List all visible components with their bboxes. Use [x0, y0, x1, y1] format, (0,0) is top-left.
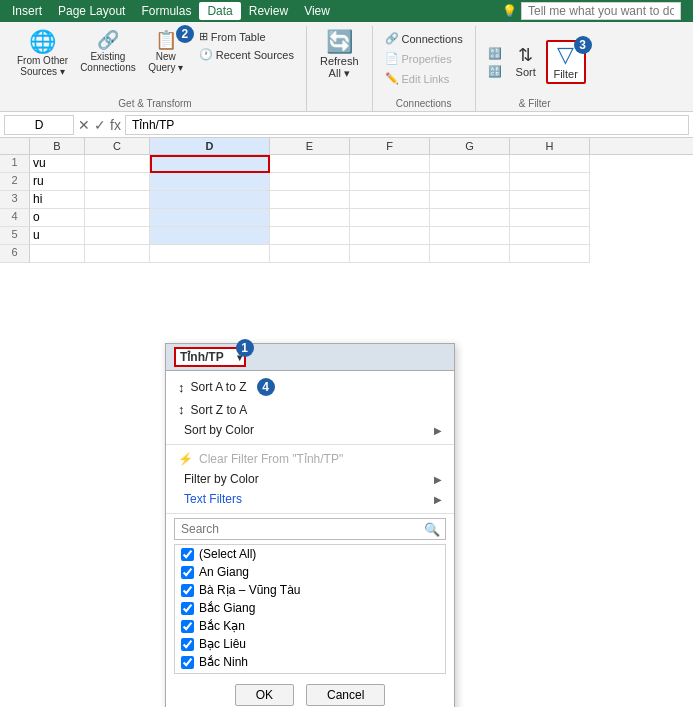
- bac-ninh-checkbox[interactable]: [181, 656, 194, 669]
- cell-G4[interactable]: [430, 209, 510, 227]
- sort-z-to-a-item[interactable]: ↕ Sort Z to A: [166, 399, 454, 420]
- ok-button[interactable]: OK: [235, 684, 294, 706]
- cell-E6[interactable]: [270, 245, 350, 263]
- existing-connections-button[interactable]: 🔗 ExistingConnections: [75, 28, 141, 76]
- from-table-button[interactable]: ⊞ From Table: [195, 28, 298, 45]
- sort-by-color-item[interactable]: Sort by Color ▶: [166, 420, 454, 440]
- list-item[interactable]: Bến Tre: [175, 671, 445, 674]
- properties-button[interactable]: 📄 Properties: [381, 50, 467, 67]
- cell-E5[interactable]: [270, 227, 350, 245]
- list-item[interactable]: Bắc Ninh: [175, 653, 445, 671]
- sort-az-button[interactable]: 🔡: [484, 45, 506, 62]
- list-item[interactable]: (Select All): [175, 545, 445, 563]
- cell-F2[interactable]: [350, 173, 430, 191]
- cell-B4[interactable]: o: [30, 209, 85, 227]
- recent-sources-button[interactable]: 🕐 Recent Sources: [195, 46, 298, 63]
- bac-giang-checkbox[interactable]: [181, 602, 194, 615]
- cell-D5[interactable]: [150, 227, 270, 245]
- tell-me-input[interactable]: [521, 2, 681, 20]
- edit-links-button[interactable]: ✏️ Edit Links: [381, 70, 467, 87]
- sort-a-to-z-item[interactable]: ↕ Sort A to Z 4: [166, 375, 454, 399]
- an-giang-checkbox[interactable]: [181, 566, 194, 579]
- cell-F3[interactable]: [350, 191, 430, 209]
- cell-F5[interactable]: [350, 227, 430, 245]
- cancel-button[interactable]: Cancel: [306, 684, 385, 706]
- formula-input[interactable]: [125, 115, 689, 135]
- col-header-H[interactable]: H: [510, 138, 590, 154]
- list-item[interactable]: Bắc Kạn: [175, 617, 445, 635]
- col-header-G[interactable]: G: [430, 138, 510, 154]
- cell-E1[interactable]: [270, 155, 350, 173]
- cell-C4[interactable]: [85, 209, 150, 227]
- bac-kan-checkbox[interactable]: [181, 620, 194, 633]
- cell-B5[interactable]: u: [30, 227, 85, 245]
- list-item[interactable]: Bạc Liêu: [175, 635, 445, 653]
- bac-lieu-checkbox[interactable]: [181, 638, 194, 651]
- search-input[interactable]: [175, 519, 419, 539]
- cell-E4[interactable]: [270, 209, 350, 227]
- cell-F6[interactable]: [350, 245, 430, 263]
- ben-tre-checkbox[interactable]: [181, 674, 194, 675]
- cell-H1[interactable]: [510, 155, 590, 173]
- from-other-sources-button[interactable]: 🌐 From OtherSources ▾: [12, 28, 73, 80]
- cell-B2[interactable]: ru: [30, 173, 85, 191]
- cell-H3[interactable]: [510, 191, 590, 209]
- cell-F1[interactable]: [350, 155, 430, 173]
- cell-B3[interactable]: hi: [30, 191, 85, 209]
- cell-E2[interactable]: [270, 173, 350, 191]
- ba-ria-checkbox[interactable]: [181, 584, 194, 597]
- cell-H5[interactable]: [510, 227, 590, 245]
- select-all-checkbox[interactable]: [181, 548, 194, 561]
- cell-D6[interactable]: [150, 245, 270, 263]
- refresh-all-button[interactable]: 🔄 RefreshAll ▾: [315, 28, 364, 83]
- menu-formulas[interactable]: Formulas: [133, 2, 199, 20]
- filter-by-color-item[interactable]: Filter by Color ▶: [166, 469, 454, 489]
- cell-G5[interactable]: [430, 227, 510, 245]
- cell-G1[interactable]: [430, 155, 510, 173]
- cell-D4[interactable]: [150, 209, 270, 227]
- col-header-C[interactable]: C: [85, 138, 150, 154]
- cell-B1[interactable]: vu: [30, 155, 85, 173]
- sort-za-button[interactable]: 🔠: [484, 63, 506, 80]
- text-filters-item[interactable]: Text Filters ▶: [166, 489, 454, 509]
- list-item[interactable]: Bà Rịa – Vũng Tàu: [175, 581, 445, 599]
- cell-D3[interactable]: [150, 191, 270, 209]
- search-icon[interactable]: 🔍: [419, 520, 445, 539]
- cell-G3[interactable]: [430, 191, 510, 209]
- filter-button[interactable]: 3 ▽ Filter: [546, 40, 586, 84]
- col-header-D[interactable]: D: [150, 138, 270, 154]
- sort-button[interactable]: ⇅ Sort: [508, 43, 544, 81]
- cell-F4[interactable]: [350, 209, 430, 227]
- cell-D2[interactable]: [150, 173, 270, 191]
- list-item[interactable]: An Giang: [175, 563, 445, 581]
- cell-E3[interactable]: [270, 191, 350, 209]
- new-query-button[interactable]: 2 📋 NewQuery ▾: [143, 28, 189, 76]
- cell-B6[interactable]: [30, 245, 85, 263]
- cell-H6[interactable]: [510, 245, 590, 263]
- cell-G6[interactable]: [430, 245, 510, 263]
- cell-G2[interactable]: [430, 173, 510, 191]
- list-item[interactable]: Bắc Giang: [175, 599, 445, 617]
- cell-H4[interactable]: [510, 209, 590, 227]
- cell-C5[interactable]: [85, 227, 150, 245]
- menu-insert[interactable]: Insert: [4, 2, 50, 20]
- menu-page-layout[interactable]: Page Layout: [50, 2, 133, 20]
- menu-review[interactable]: Review: [241, 2, 296, 20]
- col-header-B[interactable]: B: [30, 138, 85, 154]
- cell-D1[interactable]: [150, 155, 270, 173]
- cell-H2[interactable]: [510, 173, 590, 191]
- fx-icon[interactable]: fx: [110, 117, 121, 133]
- col-header-F[interactable]: F: [350, 138, 430, 154]
- menu-view[interactable]: View: [296, 2, 338, 20]
- cancel-icon[interactable]: ✕: [78, 117, 90, 133]
- menu-data[interactable]: Data: [199, 2, 240, 20]
- cell-C3[interactable]: [85, 191, 150, 209]
- cell-C6[interactable]: [85, 245, 150, 263]
- col-header-E[interactable]: E: [270, 138, 350, 154]
- cell-C2[interactable]: [85, 173, 150, 191]
- clear-filter-item[interactable]: ⚡ Clear Filter From "Tỉnh/TP": [166, 449, 454, 469]
- cell-C1[interactable]: [85, 155, 150, 173]
- connections-button[interactable]: 🔗 Connections: [381, 30, 467, 47]
- confirm-icon[interactable]: ✓: [94, 117, 106, 133]
- checkbox-list[interactable]: (Select All) An Giang Bà Rịa – Vũng Tàu …: [174, 544, 446, 674]
